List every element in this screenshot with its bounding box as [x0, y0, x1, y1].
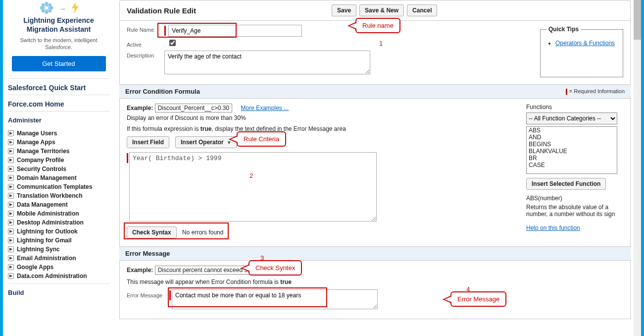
formula-example-box: Discount_Percent__c>0.30 — [155, 104, 232, 112]
sidebar-item[interactable]: ▶Manage Apps — [8, 138, 109, 147]
expand-icon: ▶ — [8, 255, 14, 261]
quick-tips-title: Quick Tips — [546, 26, 581, 33]
quick-tips-link[interactable]: Operators & Functions — [555, 40, 615, 47]
formula-example-note: Display an error if Discount is more tha… — [127, 114, 517, 121]
expand-icon: ▶ — [8, 193, 14, 199]
expand-icon: ▶ — [8, 175, 14, 181]
function-list-item[interactable]: BLANKVALUE — [527, 148, 617, 155]
sidebar-item-label: Manage Users — [17, 130, 57, 137]
errmsg-note: This message will appear when Error Cond… — [127, 279, 623, 285]
sidebar-item[interactable]: ▶Desktop Administration — [8, 218, 109, 227]
sidebar-item-label: Security Controls — [17, 166, 66, 172]
error-message-area: Example: Discount percent cannot exceed … — [119, 261, 631, 319]
expand-icon: ▶ — [8, 273, 14, 279]
sidebar-item[interactable]: ▶Lightning Sync — [8, 245, 109, 254]
nav-forcehome[interactable]: Force.com Home — [8, 100, 109, 108]
callout-number-2: 2 — [249, 172, 253, 179]
errmsg-note-pre: This message will appear when Error Cond… — [127, 279, 280, 285]
sidebar-item[interactable]: ▶Translation Workbench — [8, 191, 109, 200]
more-examples-link[interactable]: More Examples ... — [241, 105, 289, 112]
functions-panel: Functions -- All Function Categories -- … — [526, 104, 623, 238]
sidebar-item-label: Mobile Administration — [17, 210, 79, 217]
scrollbar-thumb[interactable] — [634, 0, 641, 40]
rule-name-input[interactable] — [168, 25, 302, 37]
callout-rule-name: Rule name — [355, 18, 400, 33]
expand-icon: ▶ — [8, 148, 14, 154]
svg-point-2 — [45, 10, 48, 14]
sidebar-item[interactable]: ▶Company Profile — [8, 156, 109, 165]
sidebar-item[interactable]: ▶Lightning for Outlook — [8, 227, 109, 236]
nav-administer-header: Administer — [8, 116, 109, 126]
sidebar-item[interactable]: ▶Manage Users — [8, 129, 109, 138]
sidebar-item[interactable]: ▶Email Administration — [8, 254, 109, 263]
sidebar-item[interactable]: ▶Google Apps — [8, 263, 109, 272]
svg-point-6 — [48, 3, 51, 7]
expand-icon: ▶ — [8, 237, 14, 243]
save-and-new-button[interactable]: Save & New — [359, 4, 404, 16]
insert-operator-button[interactable]: Insert Operator ▼ — [175, 136, 237, 148]
insert-selected-function-button[interactable]: Insert Selected Function — [526, 178, 606, 190]
svg-point-1 — [45, 2, 48, 6]
sidebar-item[interactable]: ▶Lightning for Gmail — [8, 236, 109, 245]
function-list-item[interactable]: CASE — [527, 162, 617, 168]
cancel-button[interactable]: Cancel — [407, 4, 437, 16]
svg-point-4 — [49, 6, 53, 10]
description-textarea[interactable] — [164, 51, 370, 74]
save-button[interactable]: Save — [332, 4, 356, 16]
functions-label: Functions — [526, 104, 623, 111]
sidebar-item[interactable]: ▶Communication Templates — [8, 182, 109, 191]
function-list-item[interactable]: ABS — [527, 127, 617, 134]
sidebar-item[interactable]: ▶Domain Management — [8, 173, 109, 182]
formula-textarea[interactable] — [129, 152, 377, 222]
expand-icon: ▶ — [8, 184, 14, 190]
sidebar-item-label: Lightning for Gmail — [17, 237, 72, 244]
vertical-scrollbar[interactable] — [634, 0, 641, 336]
sidebar-item-label: Lightning Sync — [17, 246, 60, 253]
lightning-bolt-icon — [71, 2, 80, 15]
sidebar-item[interactable]: ▶Security Controls — [8, 165, 109, 173]
expand-icon: ▶ — [8, 157, 14, 163]
function-list-item[interactable]: AND — [527, 134, 617, 141]
insert-field-button[interactable]: Insert Field — [127, 136, 169, 148]
get-started-button[interactable]: Get Started — [12, 56, 106, 71]
sidebar-item-label: Translation Workbench — [17, 192, 82, 199]
svg-point-5 — [41, 3, 45, 7]
insert-operator-label: Insert Operator — [181, 139, 224, 146]
sidebar: → Lightning Experience Migration Assista… — [3, 0, 114, 336]
lightning-migration-block: → Lightning Experience Migration Assista… — [8, 2, 109, 78]
sidebar-item[interactable]: ▶Data Management — [8, 200, 109, 209]
errmsg-section-header: Error Message — [119, 247, 631, 261]
svg-marker-9 — [72, 2, 79, 14]
sidebar-item[interactable]: ▶Mobile Administration — [8, 209, 109, 218]
function-signature: ABS(number) — [526, 195, 623, 202]
function-help-link[interactable]: Help on this function — [526, 224, 580, 231]
expand-icon: ▶ — [8, 211, 14, 217]
expand-icon: ▶ — [8, 130, 14, 136]
function-list[interactable]: ABSANDBEGINSBLANKVALUEBRCASE — [526, 126, 617, 174]
svg-point-0 — [44, 6, 49, 10]
function-list-item[interactable]: BEGINS — [527, 141, 617, 148]
active-checkbox[interactable] — [169, 40, 176, 46]
sidebar-item[interactable]: ▶Data.com Administration — [8, 272, 109, 280]
sidebar-item-label: Data Management — [17, 201, 68, 208]
sidebar-item-label: Data.com Administration — [17, 273, 87, 280]
function-list-item[interactable]: BR — [527, 155, 617, 162]
check-syntax-button[interactable]: Check Syntax — [127, 226, 177, 238]
error-message-textarea[interactable] — [172, 289, 378, 309]
svg-point-7 — [41, 9, 45, 13]
errmsg-note-bold: true — [280, 279, 292, 285]
expand-icon: ▶ — [8, 246, 14, 252]
nav-build-header: Build — [8, 289, 109, 298]
sidebar-item-label: Communication Templates — [17, 183, 92, 190]
lightning-title-1: Lightning Experience — [8, 16, 109, 25]
sidebar-item-label: Domain Management — [17, 174, 77, 181]
function-category-select[interactable]: -- All Function Categories -- — [526, 112, 617, 124]
expand-icon: ▶ — [8, 220, 14, 225]
formula-section-header: Error Condition Formula = Required Infor… — [119, 85, 631, 99]
sidebar-item[interactable]: ▶Manage Territories — [8, 147, 109, 156]
nav-quickstart[interactable]: Salesforce1 Quick Start — [8, 84, 109, 92]
required-marker-icon — [169, 290, 171, 300]
formula-section-title: Error Condition Formula — [125, 88, 200, 95]
formula-example-label: Example: — [127, 105, 153, 112]
error-message-label: Error Message — [127, 289, 169, 298]
